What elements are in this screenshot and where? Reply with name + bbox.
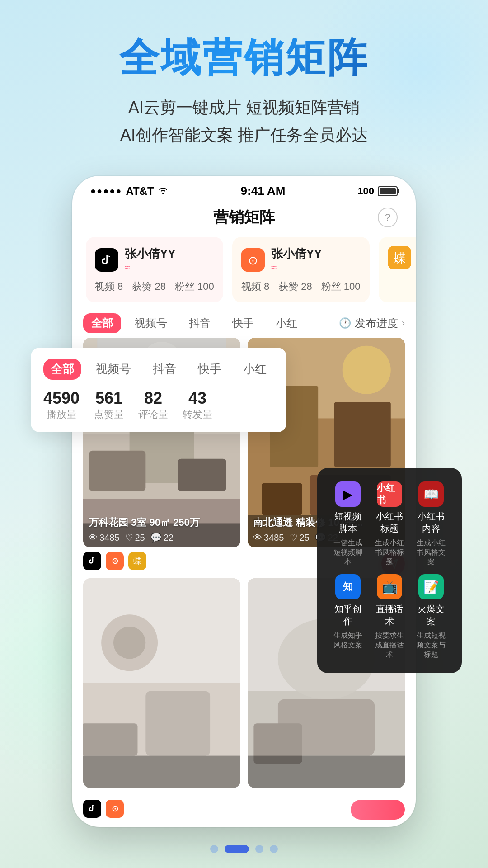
page-title-bar: 营销矩阵 ? (72, 203, 416, 237)
tiktok-platform-icon-2[interactable] (83, 800, 101, 818)
svg-text:蝶: 蝶 (393, 251, 406, 265)
page-title: 营销矩阵 (213, 207, 275, 228)
wifi-icon (158, 185, 169, 197)
svg-rect-8 (178, 459, 226, 491)
ai-tools-popup: ▶ 短视频脚本 一键生成短视频脚本 小红书 小红书标题 生成小红书风格标题 📖 … (317, 468, 462, 673)
likes-1: ♡ 25 (125, 532, 145, 543)
ai-tool-xiaohong-title[interactable]: 小红书 小红书标题 生成小红书风格标题 (372, 481, 407, 567)
left-platform-icons-2: ⊙ (83, 800, 124, 820)
battery-icon (378, 186, 398, 196)
svg-text:⊙: ⊙ (248, 254, 258, 267)
svg-rect-26 (83, 723, 137, 755)
views-1: 👁 3485 (89, 532, 120, 543)
svg-rect-17 (262, 483, 302, 515)
video-stats-1: 👁 3485 ♡ 25 💬 22 (89, 532, 235, 543)
phone-wrapper: 全部 视频号 抖音 快手 小红 4590 播放量 561 点赞量 82 评论量 … (0, 176, 488, 827)
status-right: 100 (357, 185, 398, 197)
ai-tools-grid: ▶ 短视频脚本 一键生成短视频脚本 小红书 小红书标题 生成小红书风格标题 📖 … (331, 481, 448, 660)
account-card-more[interactable]: 蝶 (379, 237, 416, 302)
svg-rect-7 (89, 451, 145, 491)
dot-1[interactable] (210, 845, 218, 853)
weibo-platform-icon[interactable]: 蝶 (128, 552, 146, 570)
stats-numbers: 4590 播放量 561 点赞量 82 评论量 43 转发量 (43, 389, 274, 421)
video-info-1: 万科花园 3室 90㎡ 250万 👁 3485 ♡ 25 💬 22 (83, 511, 240, 547)
publish-progress[interactable]: 🕐 发布进度 › (339, 316, 405, 330)
stats-tab-kuaishou[interactable]: 快手 (191, 359, 229, 380)
hero-subtitle: AI云剪一键成片 短视频矩阵营销 AI创作智能文案 推广任务全员必达 (27, 94, 461, 149)
stat-likes: 561 点赞量 (94, 389, 124, 421)
video-info-3 (83, 776, 240, 788)
account-cards[interactable]: 张小倩YY ≈ 视频 8 获赞 28 粉丝 100 ⊙ 张小倩YY (72, 237, 416, 313)
account-header-tiktok: 张小倩YY ≈ (95, 246, 214, 274)
tab-shipinhao[interactable]: 视频号 (127, 313, 175, 333)
account-info-kuaishou: 张小倩YY ≈ (271, 246, 322, 274)
tab-kuaishou[interactable]: 快手 (224, 313, 262, 333)
left-platform-icons: ⊙ 蝶 (83, 552, 146, 576)
platform-tabs: 全部 视频号 抖音 快手 小红 (83, 313, 305, 333)
likes-2: ♡ 25 (290, 532, 310, 543)
video-info-4 (248, 776, 405, 788)
avatar-kuaishou: ⊙ (241, 248, 265, 272)
kuaishou-platform-icon-2[interactable]: ⊙ (106, 800, 124, 818)
dot-3[interactable] (255, 845, 263, 853)
svg-rect-25 (145, 691, 210, 756)
tiktok-platform-icon[interactable] (83, 552, 101, 570)
ai-tool-viral-icon: 📝 (418, 574, 444, 599)
tabs-progress-row: 全部 视频号 抖音 快手 小红 🕐 发布进度 › (72, 313, 416, 338)
tab-douyin[interactable]: 抖音 (181, 313, 219, 333)
stats-tabs: 全部 视频号 抖音 快手 小红 (43, 359, 274, 380)
avatar-tiktok (95, 248, 118, 272)
ai-tool-script[interactable]: ▶ 短视频脚本 一键生成短视频脚本 (331, 481, 365, 567)
video-thumb-3 (83, 578, 240, 788)
avatar-more: 蝶 (388, 246, 411, 269)
ai-tool-live[interactable]: 📺 直播话术 按要求生成直播话术 (372, 574, 407, 660)
account-header-kuaishou: ⊙ 张小倩YY ≈ (241, 246, 361, 274)
hero-title: 全域营销矩阵 (27, 36, 461, 80)
tab-all[interactable]: 全部 (83, 313, 121, 333)
ai-tool-zhihu-icon: 知 (335, 574, 361, 599)
battery-level: 100 (357, 185, 374, 197)
action-bar-bottom[interactable] (351, 800, 405, 820)
ai-tool-viral[interactable]: 📝 火爆文案 生成短视频文案与标题 (414, 574, 448, 660)
comments-1: 💬 22 (150, 532, 174, 543)
stats-tab-all[interactable]: 全部 (43, 359, 81, 380)
account-stats-tiktok: 视频 8 获赞 28 粉丝 100 (95, 280, 214, 293)
stats-tab-douyin[interactable]: 抖音 (145, 359, 183, 380)
carrier-label: AT&T (126, 185, 154, 198)
ai-tool-xiaohong-title-icon: 小红书 (377, 481, 402, 507)
pagination-dots (0, 827, 488, 868)
account-stats-kuaishou: 视频 8 获赞 28 粉丝 100 (241, 280, 361, 293)
ai-tool-zhihu[interactable]: 知 知乎创作 生成知乎风格文案 (331, 574, 365, 660)
account-card-kuaishou[interactable]: ⊙ 张小倩YY ≈ 视频 8 获赞 28 粉丝 100 (232, 237, 370, 302)
views-2: 👁 3485 (253, 532, 284, 543)
status-bar: ●●●●● AT&T 9:41 AM 100 (72, 176, 416, 203)
stats-tab-xiaohong[interactable]: 小红 (236, 359, 274, 380)
stats-tab-shipinhao[interactable]: 视频号 (89, 359, 138, 380)
svg-point-19 (343, 346, 391, 394)
account-name-kuaishou: 张小倩YY (271, 246, 322, 262)
dot-2-active[interactable] (225, 845, 249, 853)
video-title-1: 万科花园 3室 90㎡ 250万 (89, 516, 235, 529)
svg-rect-16 (334, 402, 391, 467)
platform-actions-row-2: ⊙ (72, 797, 416, 827)
ai-tool-xiaohong-content[interactable]: 📖 小红书内容 生成小红书风格文案 (414, 481, 448, 567)
battery-fill (380, 188, 396, 194)
stats-panel: 全部 视频号 抖音 快手 小红 4590 播放量 561 点赞量 82 评论量 … (31, 348, 286, 432)
stat-comments: 82 评论量 (138, 389, 168, 421)
clock-icon: 🕐 (339, 317, 351, 329)
chevron-right-icon: › (402, 317, 405, 329)
ai-tool-xiaohong-content-icon: 📖 (418, 481, 444, 507)
account-card-tiktok[interactable]: 张小倩YY ≈ 视频 8 获赞 28 粉丝 100 (86, 237, 223, 302)
help-button[interactable]: ? (378, 208, 398, 227)
account-name-tiktok: 张小倩YY (125, 246, 176, 262)
status-left: ●●●●● AT&T (90, 185, 169, 198)
video-card-3[interactable] (83, 578, 240, 788)
publish-progress-label: 发布进度 (355, 316, 398, 330)
help-icon: ? (385, 212, 390, 223)
signal-dots: ●●●●● (90, 186, 122, 196)
stat-plays: 4590 播放量 (43, 389, 80, 421)
kuaishou-platform-icon[interactable]: ⊙ (106, 552, 124, 570)
dot-4[interactable] (270, 845, 278, 853)
tab-xiaohong[interactable]: 小红 (267, 313, 305, 333)
account-info-tiktok: 张小倩YY ≈ (125, 246, 176, 274)
